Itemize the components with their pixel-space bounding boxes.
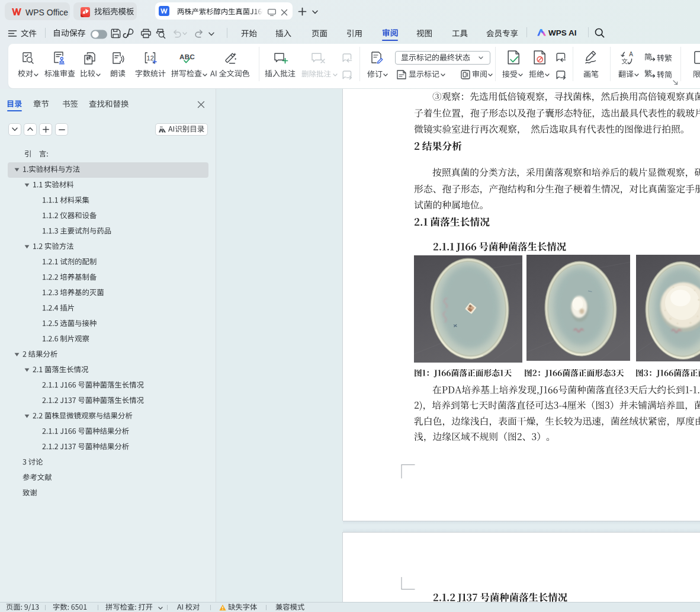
svg-text:ABC: ABC	[179, 53, 195, 60]
svg-text:A: A	[629, 50, 633, 57]
svg-text:12: 12	[146, 55, 153, 62]
